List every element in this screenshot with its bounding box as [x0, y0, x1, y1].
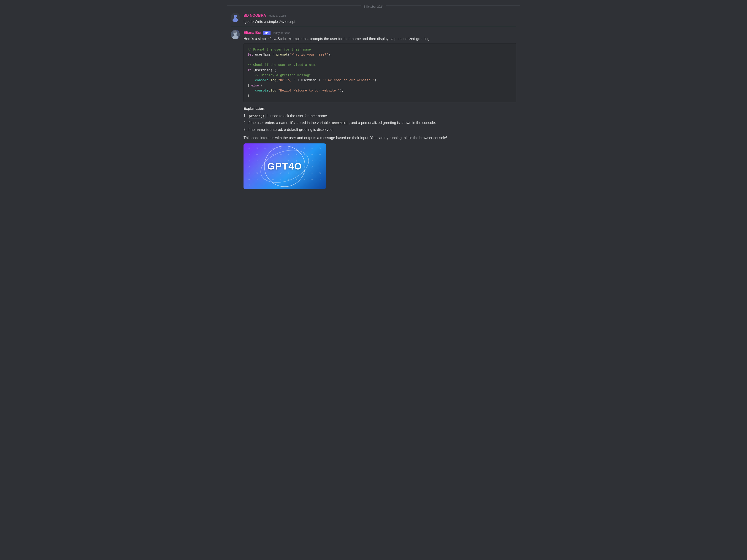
app-badge: APP: [263, 31, 271, 35]
svg-point-3: [234, 16, 235, 17]
explanation-title: Explanation:: [243, 106, 516, 111]
svg-point-4: [236, 16, 236, 17]
username-eliana: Eliana Bot: [243, 30, 261, 35]
code-console-2: console: [255, 89, 269, 92]
chat-container: 2 October 2024 BD NOOBRA Today at 20:55 …: [227, 0, 520, 191]
svg-point-10: [233, 30, 237, 33]
item-3-text: 3. If no name is entered, a default gree…: [243, 128, 333, 132]
item-1-text: is used to ask the user for their name.: [266, 114, 328, 118]
explanation-item-2: 2. If the user enters a name, it's store…: [243, 120, 516, 126]
message-content-1: BD NOOBRA Today at 20:55 !gpt4o Write a …: [243, 13, 516, 24]
code-if: if: [248, 69, 251, 72]
code-comment-2: // Check if the user provided a name: [248, 63, 316, 67]
message-text-1: !gpt4o Write a simple Javascript: [243, 19, 516, 24]
item-2-number: 2. If the user enters a name, it's store…: [243, 121, 331, 125]
explanation-list: 1. prompt() is used to ask the user for …: [243, 113, 516, 132]
explanation-item-3: 3. If no name is entered, a default gree…: [243, 127, 516, 132]
timestamp-2: Today at 20:55: [272, 31, 290, 35]
explanation-section: Explanation: 1. prompt() is used to ask …: [243, 106, 516, 132]
code-string-2: "Hello, ": [278, 78, 295, 82]
item-2-text: , and a personalized greeting is shown i…: [349, 121, 436, 125]
message-content-2: Eliana Bot APP Today at 20:55 Here's a s…: [243, 30, 516, 189]
inline-code-username: userName: [331, 121, 349, 125]
avatar-eliana-svg: [231, 30, 240, 39]
timestamp-1: Today at 20:55: [268, 14, 286, 18]
avatar-bd: [231, 13, 240, 22]
gpt4o-banner: + × + + × + × + + × × + × + + × +: [243, 143, 326, 189]
date-divider: 2 October 2024: [227, 0, 520, 11]
code-let: let: [248, 53, 253, 56]
item-1-number: 1.: [243, 114, 248, 118]
outro-text: This code interacts with the user and ou…: [243, 135, 516, 141]
message-header-1: BD NOOBRA Today at 20:55: [243, 13, 516, 18]
code-comment-1: // Prompt the user for their name: [248, 48, 311, 51]
code-console-1: console: [255, 78, 269, 82]
code-prompt-fn: prompt: [276, 53, 288, 56]
bot-intro: Here's a simple JavaScript example that …: [243, 36, 516, 42]
explanation-item-1: 1. prompt() is used to ask the user for …: [243, 113, 516, 119]
code-log-2: log: [271, 89, 276, 92]
date-label: 2 October 2024: [361, 5, 386, 8]
code-block: // Prompt the user for their name let us…: [243, 43, 516, 102]
avatar-eliana: [231, 30, 240, 39]
code-comment-3: // Display a greeting message: [255, 74, 311, 77]
message-group-2: Eliana Bot APP Today at 20:55 Here's a s…: [227, 26, 520, 191]
code-else: else: [251, 84, 259, 87]
avatar-bd-svg: [231, 13, 240, 22]
inline-code-prompt: prompt(): [248, 114, 266, 118]
code-string-1: "What is your name?": [290, 53, 328, 56]
code-log-1: log: [271, 78, 276, 82]
message-group-1: BD NOOBRA Today at 20:55 !gpt4o Write a …: [227, 11, 520, 26]
message-header-2: Eliana Bot APP Today at 20:55: [243, 30, 516, 35]
username-bd: BD NOOBRA: [243, 13, 266, 18]
code-string-4: "Hello! Welcome to our website.": [278, 89, 340, 92]
gpt4o-title: GPT4O: [267, 159, 302, 174]
code-string-3: "! Welcome to our website.": [323, 78, 375, 82]
